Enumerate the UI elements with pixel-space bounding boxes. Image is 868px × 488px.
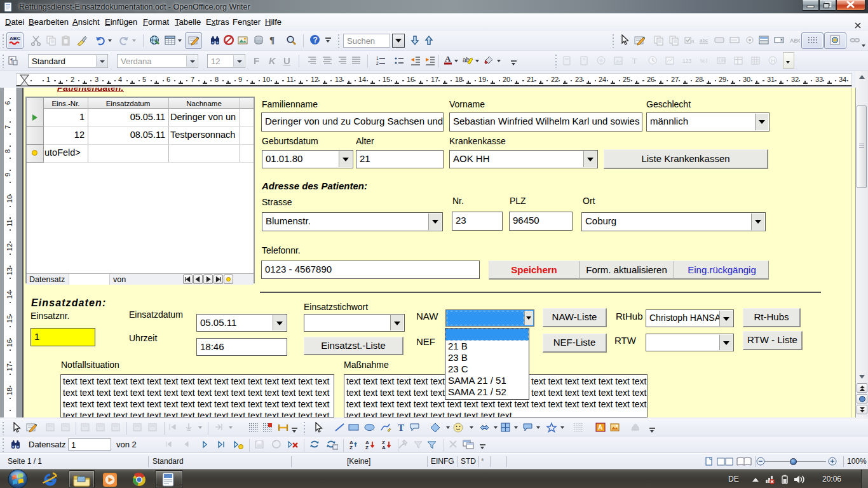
svg-text:¶: ¶ <box>269 35 275 45</box>
svg-text:2: 2 <box>376 61 379 65</box>
svg-text:Z: Z <box>365 445 369 450</box>
svg-text:¶: ¶ <box>10 57 13 64</box>
svg-text:Z: Z <box>349 445 353 450</box>
svg-text:A: A <box>445 55 451 64</box>
svg-text:123: 123 <box>682 58 691 64</box>
svg-text:A: A <box>382 445 386 450</box>
svg-text:ABC: ABC <box>790 37 800 44</box>
svg-text:H: H <box>771 58 776 64</box>
svg-text:LIN: LIN <box>719 58 726 63</box>
svg-text:%: % <box>700 58 705 64</box>
svg-text:abc: abc <box>700 37 708 43</box>
svg-text:T: T <box>398 423 404 433</box>
svg-text:T: T <box>632 57 637 65</box>
svg-text:?: ? <box>313 36 318 44</box>
svg-text:a: a <box>691 38 695 44</box>
svg-text:A: A <box>598 424 602 431</box>
svg-text:ABC: ABC <box>10 36 21 41</box>
svg-text:1: 1 <box>376 56 379 60</box>
